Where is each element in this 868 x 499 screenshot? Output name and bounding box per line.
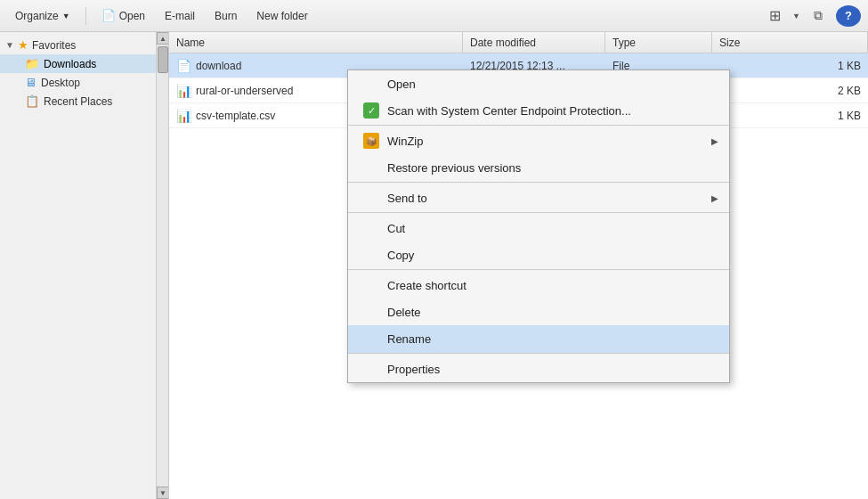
ctx-scan-icon: ✓	[362, 102, 380, 119]
ctx-winzip-icon: 📦	[362, 132, 380, 150]
burn-button[interactable]: Burn	[207, 6, 245, 26]
toolbar-separator-1	[85, 7, 86, 25]
ctx-open-icon	[362, 75, 380, 93]
new-folder-button[interactable]: New folder	[248, 6, 315, 26]
scan-shield-icon: ✓	[363, 102, 379, 119]
ctx-scan[interactable]: ✓ Scan with System Center Endpoint Prote…	[348, 97, 729, 126]
ctx-winzip-label: WinZip	[387, 135, 423, 148]
scroll-arrow-up[interactable]: ▲	[157, 32, 169, 45]
ctx-rename-label: Rename	[387, 332, 431, 346]
ctx-cut-label: Cut	[387, 222, 405, 235]
ctx-open-label: Open	[387, 78, 416, 91]
ctx-properties[interactable]: Properties	[348, 356, 729, 382]
desktop-label: Desktop	[41, 77, 80, 89]
ctx-sendto[interactable]: Send to ▶	[348, 184, 729, 213]
file-size-cell: 1 KB	[712, 110, 868, 122]
favorites-group[interactable]: ▼ ★ Favorites	[0, 36, 156, 54]
file-name: rural-or-underserved	[196, 85, 293, 97]
email-label: E-mail	[165, 10, 195, 22]
burn-label: Burn	[215, 10, 237, 22]
col-header-size[interactable]: Size	[712, 32, 868, 53]
sidebar-item-desktop[interactable]: 🖥 Desktop	[0, 73, 156, 92]
favorites-section: ▼ ★ Favorites 📁 Downloads 🖥 Desktop 📋	[0, 32, 156, 114]
open-button[interactable]: 📄 Open	[93, 5, 153, 26]
star-icon: ★	[18, 38, 28, 52]
ctx-copy[interactable]: Copy	[348, 241, 729, 270]
new-folder-label: New folder	[256, 10, 307, 22]
file-name: csv-template.csv	[196, 110, 275, 122]
downloads-folder-icon: 📁	[25, 57, 39, 70]
ctx-rename-icon	[362, 330, 380, 348]
desktop-folder-icon: 🖥	[25, 76, 37, 89]
file-size-cell: 2 KB	[712, 85, 868, 97]
organize-arrow-icon: ▼	[62, 12, 70, 20]
file-icon-small: 📄	[101, 9, 116, 22]
ctx-winzip-arrow-icon: ▶	[711, 136, 718, 146]
ctx-sendto-icon	[362, 189, 380, 207]
ctx-winzip[interactable]: 📦 WinZip ▶	[348, 127, 729, 154]
col-header-type[interactable]: Type	[605, 32, 712, 53]
file-name: download	[196, 60, 241, 72]
favorites-label: Favorites	[32, 39, 76, 52]
col-header-name[interactable]: Name	[169, 32, 463, 53]
recent-places-label: Recent Places	[44, 95, 112, 108]
sidebar-item-recent-places[interactable]: 📋 Recent Places	[0, 92, 156, 110]
context-menu: Open ✓ Scan with System Center Endpoint …	[347, 70, 730, 383]
ctx-scan-label: Scan with System Center Endpoint Protect…	[387, 104, 631, 118]
sidebar-scrollbar[interactable]: ▲ ▼	[156, 32, 168, 499]
sidebar: ▼ ★ Favorites 📁 Downloads 🖥 Desktop 📋	[0, 32, 169, 499]
help-button[interactable]: ?	[836, 5, 861, 27]
ctx-properties-label: Properties	[387, 363, 440, 376]
col-header-date[interactable]: Date modified	[463, 32, 605, 53]
ctx-copy-label: Copy	[387, 249, 414, 262]
ctx-delete[interactable]: Delete	[348, 299, 729, 325]
ctx-rename[interactable]: Rename	[348, 325, 729, 354]
favorites-expand-icon: ▼	[5, 40, 16, 50]
col-type-label: Type	[612, 37, 636, 49]
ctx-restore[interactable]: Restore previous versions	[348, 154, 729, 183]
col-date-label: Date modified	[470, 37, 536, 49]
toolbar: Organize ▼ 📄 Open E-mail Burn New folder…	[0, 0, 868, 32]
downloads-label: Downloads	[44, 58, 96, 70]
toolbar-right: ⊞ ▼ ⧉ ?	[762, 5, 861, 27]
ctx-delete-label: Delete	[387, 306, 421, 319]
col-size-label: Size	[719, 37, 740, 49]
winzip-icon: 📦	[363, 133, 379, 149]
organize-button[interactable]: Organize ▼	[7, 6, 78, 26]
col-name-label: Name	[176, 37, 205, 49]
ctx-sendto-arrow-icon: ▶	[711, 193, 718, 203]
file-size-cell: 1 KB	[712, 60, 868, 72]
recent-places-icon: 📋	[25, 94, 39, 108]
ctx-create-shortcut-label: Create shortcut	[387, 279, 466, 292]
ctx-cut-icon	[362, 219, 380, 237]
file-type-icon: 📄	[176, 59, 191, 73]
file-type-icon: 📊	[176, 84, 191, 98]
ctx-properties-icon	[362, 360, 380, 378]
ctx-cut[interactable]: Cut	[348, 215, 729, 241]
organize-label: Organize	[15, 10, 59, 22]
ctx-sendto-label: Send to	[387, 192, 427, 205]
ctx-delete-icon	[362, 303, 380, 321]
ctx-copy-icon	[362, 246, 380, 264]
email-button[interactable]: E-mail	[157, 6, 203, 26]
ctx-create-shortcut[interactable]: Create shortcut	[348, 272, 729, 299]
open-label: Open	[119, 10, 145, 22]
sidebar-item-downloads[interactable]: 📁 Downloads	[0, 54, 156, 73]
view-toggle-button[interactable]: ⧉	[806, 5, 831, 27]
ctx-restore-icon	[362, 159, 380, 176]
scroll-thumb[interactable]	[158, 46, 168, 73]
ctx-shortcut-icon	[362, 276, 380, 294]
file-type-icon: 📊	[176, 109, 191, 123]
file-list-header: Name Date modified Type Size	[169, 32, 868, 53]
view-grid-button[interactable]: ⊞	[762, 5, 787, 27]
scroll-arrow-down[interactable]: ▼	[157, 487, 169, 499]
view-arrow-icon: ▼	[792, 12, 800, 20]
ctx-restore-label: Restore previous versions	[387, 161, 521, 175]
ctx-open[interactable]: Open	[348, 70, 729, 97]
